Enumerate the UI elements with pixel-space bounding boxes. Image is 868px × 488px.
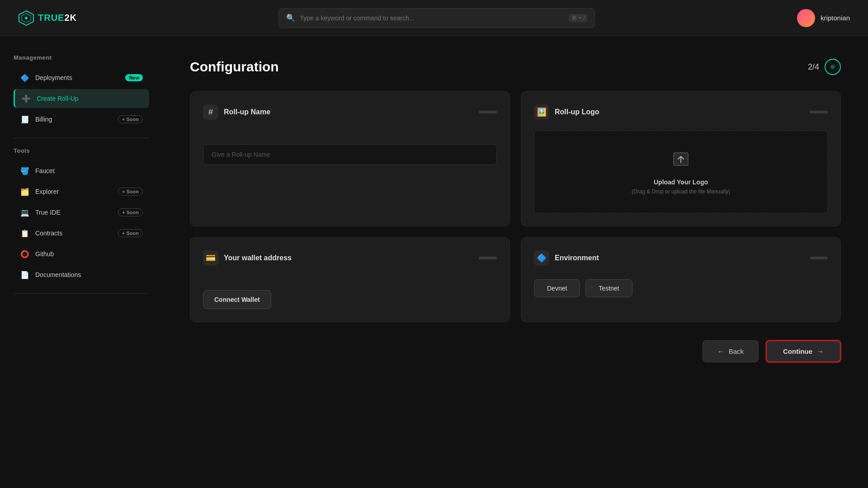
true-ide-label: True IDE [35,209,113,216]
step-text: 2/4 [808,62,819,72]
back-button[interactable]: ← Back [703,340,759,362]
upload-title: Upload Your Logo [552,178,809,186]
sidebar: Management 🔷 Deployments New ➕ Create Ro… [0,36,163,488]
sidebar-item-create-rollup[interactable]: ➕ Create Roll-Up [14,89,149,108]
documentations-label: Documentations [35,271,143,278]
environment-title-area: 🔷 Environment [534,250,599,266]
config-grid: # Roll-up Name 🖼️ Roll-up Logo [190,91,841,322]
sidebar-item-deployments[interactable]: 🔷 Deployments New [14,68,149,87]
continue-arrow-icon: → [817,347,824,355]
devnet-button[interactable]: Devnet [534,279,580,297]
search-bar[interactable]: 🔍 ⌘ + / [278,8,595,28]
step-indicator: 2/4 [808,59,841,75]
environment-header: 🔷 Environment [534,250,828,266]
logo-icon [18,10,34,26]
rollup-name-title-area: # Roll-up Name [203,104,270,120]
user-name: kriptonian [821,14,850,22]
contracts-icon: 📋 [20,228,30,238]
sidebar-item-documentations[interactable]: 📄 Documentations [14,265,149,284]
contracts-label: Contracts [35,230,113,237]
rollup-name-handle [479,111,497,113]
logo-text: TRUE2K [38,13,77,23]
continue-button[interactable]: Continue → [766,340,841,362]
footer-actions: ← Back Continue → [190,340,841,362]
explorer-icon: 🗂️ [20,187,30,197]
rollup-name-card-icon: # [203,104,218,120]
upload-subtitle: (Drag & Drop or upload the file Manually… [552,188,809,195]
step-circle [825,59,841,75]
search-icon: 🔍 [286,14,295,22]
upload-icon [552,149,809,173]
new-badge: New [125,74,143,81]
continue-label: Continue [783,347,812,355]
connect-wallet-button[interactable]: Connect Wallet [203,290,271,309]
environment-handle [810,257,828,259]
wallet-handle [479,257,497,259]
environment-card-title: Environment [555,254,599,262]
wallet-header: 💳 Your wallet address [203,250,497,266]
management-title: Management [14,54,149,61]
true-ide-icon: 💻 [20,207,30,217]
environment-card-icon: 🔷 [534,250,549,266]
rollup-logo-header: 🖼️ Roll-up Logo [534,104,828,120]
rollup-logo-card-icon: 🖼️ [534,104,549,120]
wallet-card: 💳 Your wallet address Connect Wallet [190,237,510,322]
faucet-label: Faucet [35,167,143,174]
back-label: Back [729,347,744,355]
content-area: Configuration 2/4 # Roll-up Name [163,36,868,488]
true-ide-soon-badge: + Soon [118,208,143,216]
search-shortcut: ⌘ + / [569,14,587,22]
back-arrow-icon: ← [717,347,724,355]
sidebar-item-contracts[interactable]: 📋 Contracts + Soon [14,224,149,243]
rollup-logo-handle [810,111,828,113]
sidebar-item-faucet[interactable]: 🪣 Faucet [14,161,149,180]
faucet-icon: 🪣 [20,166,30,176]
sidebar-divider-1 [14,138,149,138]
sidebar-item-github[interactable]: ⭕ Github [14,244,149,263]
explorer-label: Explorer [35,188,113,195]
create-rollup-label: Create Roll-Up [37,95,143,102]
contracts-soon-badge: + Soon [118,229,143,237]
svg-point-2 [25,17,28,19]
step-circle-inner [830,65,835,69]
sidebar-item-true-ide[interactable]: 💻 True IDE + Soon [14,203,149,222]
github-label: Github [35,250,143,258]
explorer-soon-badge: + Soon [118,188,143,196]
env-buttons: Devnet Testnet [534,279,828,297]
sidebar-divider-2 [14,293,149,294]
billing-label: Billing [35,116,113,123]
topbar: TRUE2K 🔍 ⌘ + / kriptonian [0,0,868,36]
sidebar-item-explorer[interactable]: 🗂️ Explorer + Soon [14,182,149,201]
search-input[interactable] [300,14,564,22]
page-title: Configuration [190,59,279,75]
wallet-card-icon: 💳 [203,250,218,266]
rollup-logo-title-area: 🖼️ Roll-up Logo [534,104,599,120]
deployments-icon: 🔷 [20,73,30,83]
testnet-button[interactable]: Testnet [585,279,632,297]
sidebar-item-billing[interactable]: 🧾 Billing + Soon [14,110,149,129]
billing-soon-badge: + Soon [118,115,143,123]
deployments-label: Deployments [35,74,120,81]
rollup-logo-card-title: Roll-up Logo [555,108,599,116]
rollup-name-card-title: Roll-up Name [224,108,270,116]
logo: TRUE2K [18,10,77,26]
user-area: kriptonian [797,9,850,27]
tools-title: Tools [14,147,149,154]
main-layout: Management 🔷 Deployments New ➕ Create Ro… [0,36,868,488]
billing-icon: 🧾 [20,114,30,124]
rollup-logo-card: 🖼️ Roll-up Logo Upload Your Logo (Drag &… [521,91,841,226]
upload-area[interactable]: Upload Your Logo (Drag & Drop or upload … [534,131,828,213]
environment-card: 🔷 Environment Devnet Testnet [521,237,841,322]
wallet-card-title: Your wallet address [224,254,292,262]
rollup-name-card: # Roll-up Name [190,91,510,226]
rollup-name-input[interactable] [203,144,497,165]
avatar [797,9,815,27]
rollup-name-header: # Roll-up Name [203,104,497,120]
github-icon: ⭕ [20,249,30,259]
documentations-icon: 📄 [20,270,30,280]
wallet-title-area: 💳 Your wallet address [203,250,292,266]
content-header: Configuration 2/4 [190,59,841,75]
create-rollup-icon: ➕ [21,94,31,103]
